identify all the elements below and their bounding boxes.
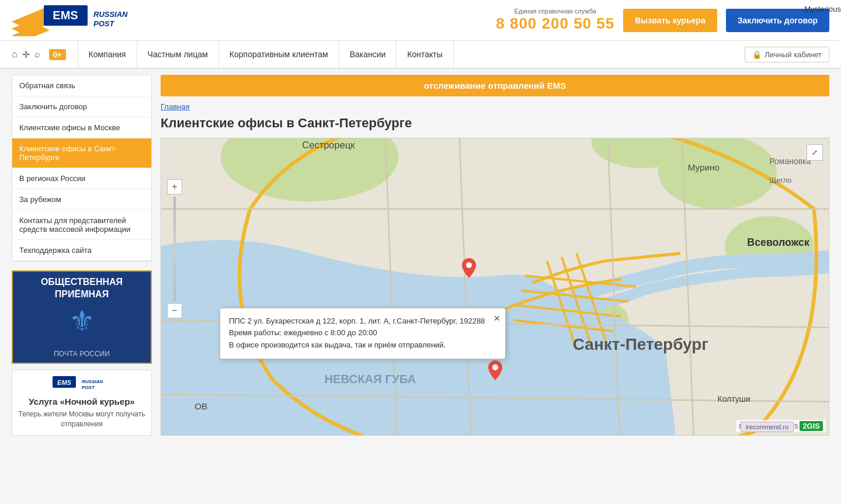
banner-pochta-sub: ПОЧТА РОССИИ (54, 350, 110, 358)
map-background[interactable]: Сестрорецк Мурино Романовка Щегло Всевол… (161, 138, 829, 435)
plus-icon[interactable]: ✛ (22, 49, 30, 60)
sidebar-item-media[interactable]: Контакты для представителей средств масс… (12, 210, 151, 240)
phone-block: Единая справочная служба 8 800 200 50 55 (496, 8, 614, 33)
sidebar: Обратная связь Заключить договор Клиентс… (12, 75, 152, 436)
svg-point-47 (492, 364, 498, 370)
sidebar-link-contract[interactable]: Заключить договор (12, 96, 151, 117)
sidebar-item-support[interactable]: Техподдержка сайта (12, 240, 151, 261)
sidebar-item-abroad[interactable]: За рубежом (12, 189, 151, 210)
svg-text:Сестрорецк: Сестрорецк (302, 140, 355, 150)
popup-close-button[interactable]: ✕ (494, 312, 501, 325)
phone-number: 8 800 200 50 55 (496, 15, 614, 32)
header: EMS RUSSIAN POST Единая справочная служб… (0, 0, 841, 41)
map-marker-2[interactable] (488, 360, 502, 380)
sidebar-menu: Обратная связь Заключить договор Клиентс… (12, 75, 152, 262)
map-marker-1[interactable] (462, 258, 476, 278)
svg-text:ОВ: ОВ (194, 401, 207, 411)
nav-icons: ⌂ ✛ ⌕ (12, 49, 40, 60)
sidebar-link-media[interactable]: Контакты для представителей средств масс… (12, 210, 151, 240)
content-wrapper: Обратная связь Заключить договор Клиентс… (0, 69, 841, 442)
logo-area: EMS RUSSIAN POST (12, 4, 128, 36)
fullscreen-icon: ⤢ (812, 148, 818, 157)
courier-button[interactable]: Вызвать курьера (623, 9, 717, 32)
svg-text:RUSSIAN: RUSSIAN (82, 379, 103, 384)
nav-cabinet[interactable]: 🔒 Личный кабинет (745, 47, 829, 62)
svg-text:НЕВСКАЯ ГУБА: НЕВСКАЯ ГУБА (324, 373, 416, 385)
banner-pochta-title: ОБЩЕСТВЕННАЯ ПРИЁМНАЯ (13, 276, 151, 301)
nav-vacancies[interactable]: Вакансии (339, 40, 397, 68)
nav-contacts[interactable]: Контакты (397, 40, 453, 68)
sidebar-item-moscow[interactable]: Клиентские офисы в Москве (12, 117, 151, 138)
cabinet-label: Личный кабинет (764, 50, 822, 59)
svg-text:RUSSIAN: RUSSIAN (93, 10, 128, 19)
sidebar-link-abroad[interactable]: За рубежом (12, 189, 151, 210)
sidebar-link-moscow[interactable]: Клиентские офисы в Москве (12, 117, 151, 138)
nav-corporate[interactable]: Корпоративным клиентам (219, 40, 339, 68)
banner-ems-service: Услуга «Ночной курьер» (18, 397, 145, 406)
navbar: ⌂ ✛ ⌕ 0+ Компания Частным лицам Корпорат… (0, 41, 841, 69)
map-svg: Сестрорецк Мурино Романовка Щегло Всевол… (161, 138, 829, 435)
breadcrumb-home-link[interactable]: Главная (161, 102, 189, 111)
nav-links: Компания Частным лицам Корпоративным кли… (78, 40, 454, 68)
svg-text:Щегло: Щегло (769, 176, 791, 185)
svg-text:EMS: EMS (53, 9, 78, 22)
svg-text:Санкт-Петербург: Санкт-Петербург (573, 335, 708, 353)
svg-text:Всеволожск: Всеволожск (747, 237, 809, 248)
phone-label: Единая справочная служба (496, 8, 614, 15)
sidebar-link-spb[interactable]: Клиентские офисы в Санкт-Петербурге (12, 138, 151, 168)
map-controls: + − (167, 179, 182, 318)
svg-text:Романовка: Романовка (769, 157, 811, 166)
lock-icon: 🔒 (752, 50, 762, 59)
map-container[interactable]: Сестрорецк Мурино Романовка Щегло Всевол… (161, 138, 829, 436)
map-popup: ✕ ППС 2 ул. Бухарестская д 122, корп. 1,… (220, 308, 506, 359)
svg-text:EMS: EMS (57, 379, 72, 386)
zoom-in-button[interactable]: + (167, 179, 182, 194)
sidebar-banner-pochta: ОБЩЕСТВЕННАЯ ПРИЁМНАЯ ⚜ ПОЧТА РОССИИ (12, 270, 152, 364)
search-icon[interactable]: ⌕ (34, 49, 40, 60)
banner-ems-logo-text: EMS RUSSIAN POST (18, 376, 145, 392)
zoom-slider[interactable] (173, 196, 176, 301)
main-content: отслеживание отправлений EMS Главная Кли… (161, 75, 829, 436)
tracking-bar: отслеживание отправлений EMS (161, 75, 829, 96)
mysterious-label: Mysterious (804, 5, 841, 13)
sidebar-link-support[interactable]: Техподдержка сайта (12, 240, 151, 261)
recommend-text: irecommend.ru (746, 423, 788, 430)
popup-address: ППС 2 ул. Бухарестская д 122, корп. 1, л… (229, 315, 496, 328)
banner-ems-desc: Теперь жители Москвы могут получать отпр… (18, 409, 145, 429)
fullscreen-button[interactable]: ⤢ (807, 144, 823, 161)
svg-text:POST: POST (82, 385, 95, 390)
nav-company[interactable]: Компания (78, 40, 137, 68)
sidebar-item-regions[interactable]: В регионах России (12, 168, 151, 189)
svg-text:Колтуши: Колтуши (718, 394, 750, 404)
header-right: Единая справочная служба 8 800 200 50 55… (496, 8, 829, 33)
svg-point-46 (466, 262, 472, 268)
twogis-logo: 2GIS (800, 421, 823, 431)
svg-text:POST: POST (93, 19, 114, 28)
sidebar-banner-ems[interactable]: EMS RUSSIAN POST Услуга «Ночной курьер» … (12, 370, 152, 436)
recommend-badge[interactable]: irecommend.ru (741, 422, 794, 432)
ems-logo: EMS RUSSIAN POST (12, 4, 128, 36)
sidebar-item-contract[interactable]: Заключить договор (12, 96, 151, 117)
svg-text:⚜: ⚜ (69, 305, 95, 338)
eagle-icon: ⚜ (61, 305, 102, 345)
sidebar-link-feedback[interactable]: Обратная связь (12, 75, 151, 96)
popup-hours: Время работы: ежедневно с 8:00 до 20:00 (229, 327, 496, 339)
nav-private[interactable]: Частным лицам (137, 40, 219, 68)
zoom-out-button[interactable]: − (167, 303, 182, 318)
page-title: Клиентские офисы в Санкт-Петербурге (161, 116, 829, 131)
popup-info: В офисе производится как выдача, так и п… (229, 339, 496, 352)
home-icon[interactable]: ⌂ (12, 49, 18, 60)
breadcrumb: Главная (161, 102, 829, 111)
svg-text:Мурино: Мурино (688, 162, 720, 172)
banner-pochta-box[interactable]: ОБЩЕСТВЕННАЯ ПРИЁМНАЯ ⚜ ПОЧТА РОССИИ (12, 270, 152, 364)
sidebar-item-feedback[interactable]: Обратная связь (12, 75, 151, 96)
sidebar-link-regions[interactable]: В регионах России (12, 168, 151, 189)
accessibility-badge[interactable]: 0+ (49, 49, 66, 60)
sidebar-item-spb[interactable]: Клиентские офисы в Санкт-Петербурге (12, 138, 151, 168)
